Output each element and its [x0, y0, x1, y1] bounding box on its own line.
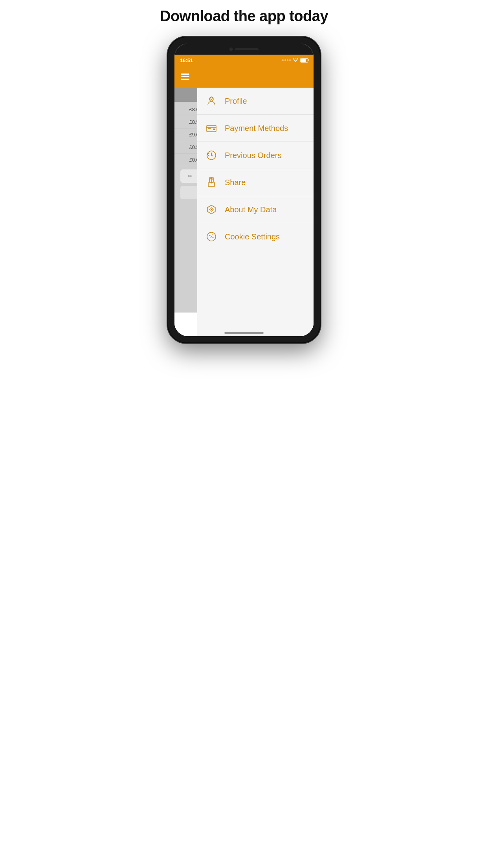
svg-point-12	[211, 236, 212, 237]
svg-point-9	[212, 234, 213, 235]
hamburger-line-3	[181, 79, 189, 80]
hamburger-line-2	[181, 76, 189, 77]
menu-item-about-my-data[interactable]: About My Data	[197, 196, 314, 223]
menu-label-share: Share	[225, 178, 246, 187]
home-indicator	[224, 332, 264, 334]
page-headline: Download the app today	[160, 8, 328, 25]
svg-point-11	[210, 237, 211, 238]
speaker	[235, 48, 259, 50]
left-bottom-white	[174, 313, 197, 336]
person-icon	[205, 95, 218, 107]
status-icons	[282, 58, 308, 63]
menu-item-previous-orders[interactable]: Previous Orders	[197, 142, 314, 169]
wifi-icon	[293, 58, 298, 63]
status-bar: 16:51	[174, 55, 314, 66]
slide-menu: Profile Payment Methods	[197, 88, 314, 336]
phone-screen: 16:51	[174, 44, 314, 336]
menu-label-previous-orders: Previous Orders	[225, 151, 282, 160]
wallet-icon	[205, 122, 218, 134]
menu-label-cookie-settings: Cookie Settings	[225, 232, 280, 241]
share-icon	[205, 176, 218, 189]
status-time: 16:51	[180, 57, 193, 63]
menu-item-cookie-settings[interactable]: Cookie Settings	[197, 223, 314, 250]
orders-icon	[205, 149, 218, 162]
hamburger-line-1	[181, 74, 189, 75]
svg-point-6	[211, 209, 212, 210]
app-content: £8.00 £8.50 £9.00 £0.50 £0.00 ✏	[174, 88, 314, 336]
menu-label-about-my-data: About My Data	[225, 205, 277, 214]
app-header	[174, 66, 314, 88]
menu-item-share[interactable]: Share	[197, 169, 314, 196]
menu-item-payment-methods[interactable]: Payment Methods	[197, 115, 314, 142]
menu-item-profile[interactable]: Profile	[197, 88, 314, 115]
menu-label-profile: Profile	[225, 97, 247, 106]
cookie-icon	[205, 230, 218, 243]
svg-point-8	[209, 235, 211, 236]
phone-notch	[174, 44, 314, 55]
svg-point-10	[213, 237, 214, 238]
svg-point-0	[209, 97, 213, 101]
camera	[229, 48, 233, 51]
hamburger-menu-button[interactable]	[181, 74, 189, 80]
phone-device: 16:51	[167, 37, 321, 343]
signal-icon	[282, 59, 291, 61]
battery-icon	[300, 58, 308, 63]
svg-rect-2	[213, 129, 215, 130]
menu-label-payment-methods: Payment Methods	[225, 124, 288, 133]
data-icon	[205, 203, 218, 216]
